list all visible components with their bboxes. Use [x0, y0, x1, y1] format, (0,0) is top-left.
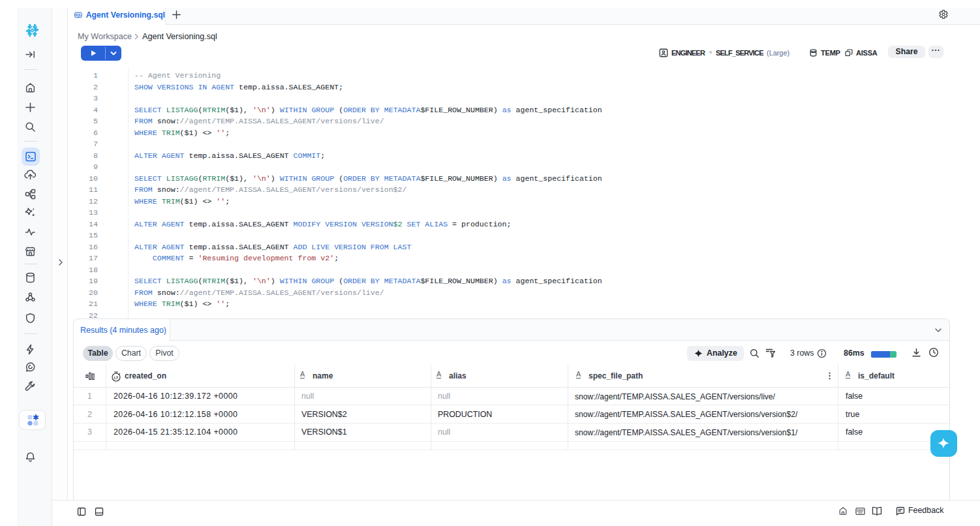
- svg-text:SQL: SQL: [75, 14, 82, 17]
- svg-text:LT: LT: [114, 376, 119, 380]
